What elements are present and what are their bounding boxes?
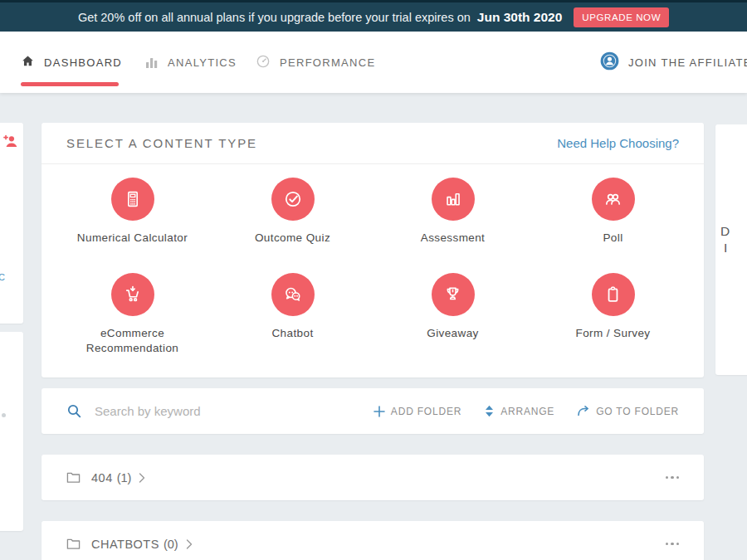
add-user-icon[interactable] (2, 133, 20, 154)
cart-icon (111, 273, 154, 316)
clipboard-icon (592, 273, 635, 316)
content-type-giveaway[interactable]: Giveaway (373, 273, 533, 368)
content-type-ecommerce-recommendation[interactable]: eCommerce Recommendation (52, 273, 212, 368)
tab-label: PERFORMANCE (280, 56, 375, 69)
check-circle-icon (271, 178, 315, 221)
affiliate-program-link[interactable]: JOIN THE AFFILIATE PROGRAM (600, 32, 747, 93)
search-bar-card: ADD FOLDER ARRANGE GO TO FOLDER (42, 388, 704, 434)
right-panel-card[interactable]: D I (715, 124, 747, 375)
tab-label: DASHBOARD (44, 56, 122, 69)
promo-banner: Get 20% off on all annual plans if you u… (0, 0, 747, 32)
content-type-label: Outcome Quiz (255, 231, 330, 246)
more-options-icon[interactable] (666, 476, 680, 480)
folder-icon (66, 538, 81, 550)
bar-chart-icon (145, 54, 159, 71)
content-type-label: Poll (603, 231, 622, 246)
action-label: ADD FOLDER (391, 406, 461, 417)
folder-icon (66, 471, 81, 484)
trophy-icon (432, 273, 475, 316)
clipped-content-fragment (2, 413, 6, 417)
tab-analytics[interactable]: ANALYTICS (145, 32, 237, 93)
folder-actions: ADD FOLDER ARRANGE GO TO FOLDER (374, 405, 679, 417)
person-circle-icon (600, 51, 619, 73)
tab-label: ANALYTICS (168, 56, 237, 69)
top-navbar: DASHBOARD ANALYTICS PERFORMANCE JOIN THE… (0, 32, 747, 93)
go-to-folder-button[interactable]: GO TO FOLDER (577, 405, 679, 417)
content-type-label: Numerical Calculator (77, 231, 188, 246)
chevron-right-icon (139, 473, 145, 483)
content-type-card: SELECT A CONTENT TYPE Need Help Choosing… (42, 123, 704, 377)
content-type-poll[interactable]: Poll (533, 178, 693, 273)
content-type-form-survey[interactable]: Form / Survey (533, 273, 693, 368)
home-icon (21, 54, 35, 71)
tab-performance[interactable]: PERFORMANCE (256, 32, 375, 93)
chevron-right-icon (186, 539, 193, 549)
active-tab-underline (21, 82, 119, 86)
search-input[interactable] (93, 403, 374, 419)
content-type-label: Form / Survey (576, 326, 651, 341)
app-screen: Get 20% off on all annual plans if you u… (0, 0, 747, 560)
arrange-button[interactable]: ARRANGE (484, 405, 554, 417)
clipped-text-fragment: I (724, 241, 727, 256)
page-title: SELECT A CONTENT TYPE (66, 136, 257, 150)
folder-name: 404 (91, 471, 113, 485)
content-type-label: Assessment (421, 231, 486, 246)
plus-icon (374, 406, 385, 417)
add-folder-button[interactable]: ADD FOLDER (374, 406, 461, 417)
search-icon (66, 403, 82, 419)
people-icon (592, 178, 635, 221)
more-options-icon[interactable] (666, 543, 680, 546)
left-sidebar-card[interactable]: C (0, 123, 23, 324)
affiliate-label: JOIN THE AFFILIATE PROGRAM (628, 56, 747, 69)
curved-arrow-icon (577, 405, 590, 417)
folder-row-404[interactable]: 404 (1) (42, 455, 704, 500)
content-type-header: SELECT A CONTENT TYPE Need Help Choosing… (42, 123, 704, 164)
sort-arrows-icon (484, 405, 495, 417)
upgrade-now-button[interactable]: UPGRADE NOW (574, 7, 669, 27)
chat-bubbles-icon (271, 273, 315, 316)
action-label: GO TO FOLDER (596, 406, 679, 417)
content-type-chatbot[interactable]: Chatbot (212, 273, 373, 368)
content-type-label: eCommerce Recommendation (66, 326, 199, 355)
content-type-grid: Numerical Calculator Outcome Quiz Assess… (52, 178, 693, 368)
content-type-outcome-quiz[interactable]: Outcome Quiz (212, 178, 373, 273)
content-type-assessment[interactable]: Assessment (373, 178, 533, 273)
promo-deadline: Jun 30th 2020 (477, 10, 563, 25)
left-sidebar-card-2[interactable] (0, 332, 23, 531)
calculator-icon (111, 178, 154, 221)
folder-row-chatbots[interactable]: CHATBOTS (0) (42, 521, 704, 560)
promo-message: Get 20% off on all annual plans if you u… (78, 11, 471, 24)
bar-graph-icon (432, 178, 475, 221)
content-type-label: Chatbot (271, 326, 313, 341)
action-label: ARRANGE (500, 406, 554, 417)
content-type-numerical-calculator[interactable]: Numerical Calculator (52, 178, 212, 273)
need-help-link[interactable]: Need Help Choosing? (557, 136, 679, 150)
folder-count: (0) (164, 538, 178, 551)
clipped-link-fragment[interactable]: C (0, 272, 6, 282)
content-type-label: Giveaway (427, 326, 478, 341)
folder-count: (1) (117, 471, 132, 485)
folder-name: CHATBOTS (91, 538, 159, 551)
clipped-text-fragment: D (720, 224, 730, 239)
gauge-icon (256, 54, 271, 71)
